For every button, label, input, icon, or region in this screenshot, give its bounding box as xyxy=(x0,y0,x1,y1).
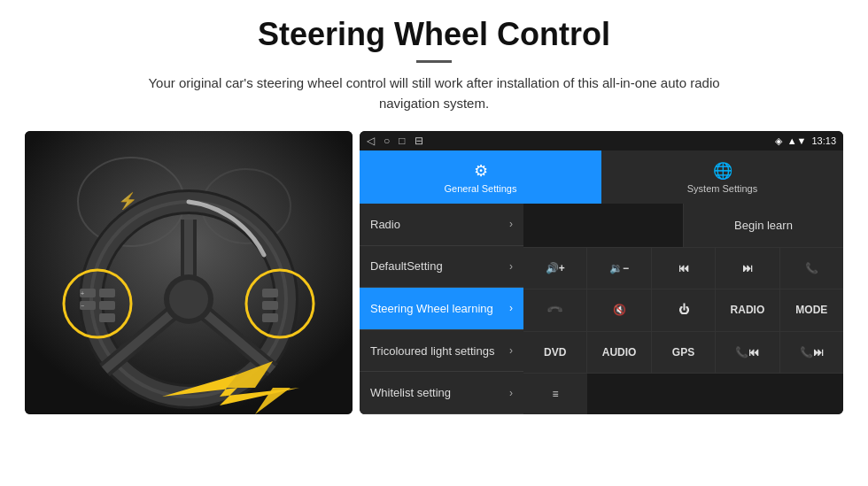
signal-icon: ▲▼ xyxy=(787,135,807,146)
power-button[interactable]: ⏻ xyxy=(652,289,716,330)
phone-next-icon: 📞⏭ xyxy=(800,346,824,359)
svg-rect-25 xyxy=(262,301,278,310)
tab-system-settings[interactable]: 🌐 System Settings xyxy=(601,150,843,204)
control-row-3: DVD AUDIO GPS 📞⏮ xyxy=(523,332,843,374)
vol-up-button[interactable]: 🔊+ xyxy=(523,248,587,289)
nav-menu-icon[interactable]: ⊟ xyxy=(415,135,423,147)
control-row-2: 📞 🔇 ⏻ RADIO MO xyxy=(523,289,843,331)
bottom-content: Radio › DefaultSetting › Steering Wheel … xyxy=(360,204,843,414)
next-track-button[interactable]: ⏭ xyxy=(716,248,779,289)
menu-item-radio[interactable]: Radio › xyxy=(360,204,523,246)
svg-point-14 xyxy=(169,280,208,319)
chevron-icon: › xyxy=(509,344,513,357)
chevron-icon: › xyxy=(509,260,513,273)
android-panel: ◁ ○ □ ⊟ ◈ ▲▼ 13:13 ⚙ General Settings xyxy=(360,131,843,414)
svg-text:−: − xyxy=(81,303,84,309)
chevron-icon: › xyxy=(509,218,513,230)
gps-label: GPS xyxy=(672,346,694,359)
hang-up-icon: 📞 xyxy=(546,301,564,320)
menu-item-default-setting[interactable]: DefaultSetting › xyxy=(360,246,523,289)
vol-down-button[interactable]: 🔉− xyxy=(587,248,651,289)
list-icon: ≡ xyxy=(553,388,559,400)
tab-system-label: System Settings xyxy=(687,183,757,194)
status-bar: ◁ ○ □ ⊟ ◈ ▲▼ 13:13 xyxy=(360,131,843,150)
status-bar-nav: ◁ ○ □ ⊟ xyxy=(367,135,423,147)
controls-panel: Begin learn 🔊+ 🔉− xyxy=(523,204,843,414)
controls-top-row: Begin learn xyxy=(523,204,843,248)
car-image-panel: ⚡ xyxy=(25,131,353,414)
tab-bar: ⚙ General Settings 🌐 System Settings xyxy=(360,150,843,204)
control-row-1: 🔊+ 🔉− ⏮ ⏭ 📞 xyxy=(523,248,843,289)
mute-icon: 🔇 xyxy=(613,304,626,316)
power-icon: ⏻ xyxy=(678,304,689,316)
general-settings-icon: ⚙ xyxy=(474,161,488,181)
svg-text:+: + xyxy=(81,290,84,297)
tab-general-settings[interactable]: ⚙ General Settings xyxy=(360,150,601,204)
nav-home-icon[interactable]: ○ xyxy=(384,135,390,147)
menu-list: Radio › DefaultSetting › Steering Wheel … xyxy=(360,204,523,414)
menu-default-label: DefaultSetting xyxy=(370,259,443,273)
menu-whitelist-label: Whitelist setting xyxy=(370,386,451,399)
location-icon: ◈ xyxy=(775,135,782,147)
prev-track-button[interactable]: ⏮ xyxy=(652,248,716,289)
gps-button[interactable]: GPS xyxy=(652,332,716,373)
list-button[interactable]: ≡ xyxy=(523,374,587,414)
radio-mode-button[interactable]: RADIO xyxy=(716,289,779,330)
chevron-icon: › xyxy=(509,387,513,399)
empty-display-box xyxy=(523,204,684,247)
vol-up-icon: 🔊+ xyxy=(546,262,565,274)
content-row: ⚡ xyxy=(0,122,868,486)
svg-rect-22 xyxy=(99,313,115,322)
menu-radio-label: Radio xyxy=(370,218,400,231)
page-wrapper: Steering Wheel Control Your original car… xyxy=(0,0,868,486)
svg-rect-26 xyxy=(262,313,278,322)
vol-down-icon: 🔉− xyxy=(609,262,629,274)
time-display: 13:13 xyxy=(811,135,836,146)
mute-button[interactable]: 🔇 xyxy=(587,289,651,330)
nav-back-icon[interactable]: ◁ xyxy=(367,135,375,147)
phone-prev-icon: 📞⏮ xyxy=(735,346,759,359)
control-row-4: ≡ xyxy=(523,374,843,414)
menu-item-whitelist[interactable]: Whitelist setting › xyxy=(360,372,523,414)
radio-label: RADIO xyxy=(731,304,765,316)
page-subtitle: Your original car's steering wheel contr… xyxy=(124,73,744,113)
svg-rect-24 xyxy=(262,289,278,297)
controls-grid: 🔊+ 🔉− ⏮ ⏭ 📞 xyxy=(523,248,843,414)
svg-rect-21 xyxy=(99,301,115,310)
svg-rect-20 xyxy=(99,289,115,297)
mode-label: MODE xyxy=(795,304,827,316)
audio-button[interactable]: AUDIO xyxy=(587,332,651,373)
menu-steering-label: Steering Wheel learning xyxy=(370,302,493,315)
next-track-icon: ⏭ xyxy=(742,262,753,274)
phone-icon: 📞 xyxy=(805,262,818,274)
page-title: Steering Wheel Control xyxy=(53,16,815,53)
begin-learn-button[interactable]: Begin learn xyxy=(684,204,843,247)
phone-pickup-button[interactable]: 📞 xyxy=(780,248,843,289)
prev-track-icon: ⏮ xyxy=(678,262,689,274)
phone-next-button[interactable]: 📞⏭ xyxy=(780,332,843,373)
header-section: Steering Wheel Control Your original car… xyxy=(0,0,868,122)
nav-recent-icon[interactable]: □ xyxy=(399,135,405,147)
menu-item-steering-wheel[interactable]: Steering Wheel learning › xyxy=(360,288,523,330)
dvd-label: DVD xyxy=(544,346,566,359)
audio-label: AUDIO xyxy=(602,346,637,359)
menu-item-tricoloured[interactable]: Tricoloured light settings › xyxy=(360,330,523,373)
dvd-button[interactable]: DVD xyxy=(523,332,587,373)
system-settings-icon: 🌐 xyxy=(713,161,732,181)
mode-button[interactable]: MODE xyxy=(780,289,843,330)
hang-up-button[interactable]: 📞 xyxy=(523,289,587,330)
tab-general-label: General Settings xyxy=(445,183,517,194)
menu-tricoloured-label: Tricoloured light settings xyxy=(370,344,494,358)
status-bar-right: ◈ ▲▼ 13:13 xyxy=(775,135,836,147)
title-divider xyxy=(416,60,452,63)
phone-prev-button[interactable]: 📞⏮ xyxy=(716,332,779,373)
chevron-icon: › xyxy=(509,302,513,314)
